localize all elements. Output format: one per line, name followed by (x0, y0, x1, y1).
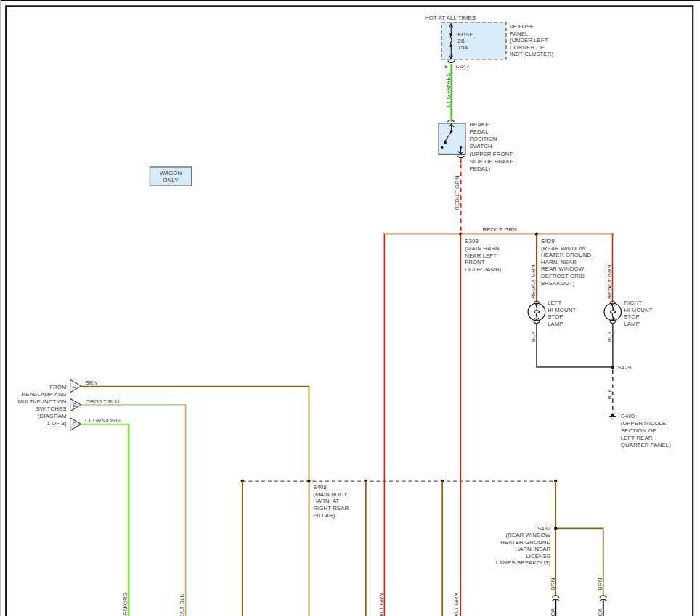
svg-text:LAMP: LAMP (624, 321, 640, 327)
svg-text:SIDE OF BRAKE: SIDE OF BRAKE (470, 158, 514, 165)
svg-text:HI MOUNT: HI MOUNT (624, 307, 652, 313)
svg-text:(MAIN BODY: (MAIN BODY (313, 491, 348, 498)
svg-text:LAMPS BREAKOUT): LAMPS BREAKOUT) (496, 559, 551, 566)
svg-text:BRN: BRN (597, 578, 603, 591)
svg-text:BREAKOUT): BREAKOUT) (541, 280, 575, 287)
svg-text:BLK: BLK (606, 331, 613, 342)
svg-text:(UPPER FRONT: (UPPER FRONT (470, 151, 513, 157)
svg-text:BLK: BLK (530, 331, 537, 342)
svg-text:(UPPER MIDDLE: (UPPER MIDDLE (621, 420, 666, 427)
svg-text:(REAR WINDOW: (REAR WINDOW (541, 245, 586, 252)
svg-text:REAR WINDOW: REAR WINDOW (541, 266, 585, 272)
svg-text:WAGON: WAGON (160, 170, 182, 176)
svg-text:57CA: 57CA (597, 608, 603, 616)
svg-text:SWITCHES: SWITCHES (36, 406, 67, 412)
svg-text:POSITION: POSITION (470, 136, 497, 142)
svg-text:SWITCH: SWITCH (470, 143, 492, 149)
svg-text:INST CLUSTER): INST CLUSTER) (510, 51, 553, 57)
svg-text:RED/LT GRN: RED/LT GRN (453, 593, 460, 616)
svg-text:S432: S432 (537, 525, 551, 532)
svg-text:HARN, AT: HARN, AT (313, 498, 339, 504)
svg-text:I/P FUSE: I/P FUSE (510, 23, 534, 30)
svg-text:(MAIN HARN,: (MAIN HARN, (465, 245, 501, 252)
svg-text:HI MOUNT: HI MOUNT (548, 307, 576, 313)
svg-text:LT GRN/ORG: LT GRN/ORG (122, 592, 129, 616)
svg-text:ORG/LT BLU: ORG/LT BLU (179, 593, 185, 616)
svg-text:SECTION OF: SECTION OF (621, 427, 656, 434)
svg-text:DEFROST GRID: DEFROST GRID (541, 273, 585, 279)
svg-text:RED/LT GRN: RED/LT GRN (606, 265, 613, 300)
svg-text:PEDAL: PEDAL (470, 128, 489, 135)
svg-text:RED/LT GRN: RED/LT GRN (483, 226, 518, 233)
svg-text:HARN, NEAR: HARN, NEAR (541, 259, 577, 266)
svg-text:PANEL: PANEL (510, 30, 529, 37)
svg-text:FRONT: FRONT (465, 259, 484, 266)
svg-text:57CA: 57CA (550, 608, 556, 616)
svg-text:(UNDER LEFT: (UNDER LEFT (510, 37, 548, 44)
svg-text:(REAR WINDOW: (REAR WINDOW (505, 532, 550, 538)
svg-text:HARN, NEAR: HARN, NEAR (515, 546, 550, 552)
svg-text:D: D (73, 383, 77, 390)
svg-text:DOOR JAMB): DOOR JAMB) (465, 266, 501, 273)
svg-text:HEATER GROUND: HEATER GROUND (500, 539, 550, 546)
svg-text:BRN: BRN (550, 578, 556, 591)
svg-text:HEATER GROUND: HEATER GROUND (541, 252, 591, 258)
svg-text:E: E (73, 402, 76, 408)
svg-text:STOP: STOP (548, 313, 563, 320)
svg-text:S408: S408 (313, 484, 327, 490)
svg-text:LAMP: LAMP (548, 321, 563, 327)
svg-text:STOP: STOP (624, 313, 640, 320)
svg-text:LT GRN/ORG: LT GRN/ORG (85, 417, 121, 424)
svg-text:PEDAL): PEDAL) (470, 165, 491, 172)
svg-text:ONLY: ONLY (163, 177, 179, 184)
svg-text:(DIAGRAM: (DIAGRAM (38, 413, 67, 419)
svg-text:NEAR LEFT: NEAR LEFT (465, 252, 497, 259)
svg-text:FUSE: FUSE (458, 31, 473, 38)
svg-text:BRN: BRN (86, 379, 98, 386)
svg-text:F: F (73, 421, 76, 427)
svg-text:15A: 15A (458, 44, 469, 51)
svg-text:BLK: BLK (606, 388, 613, 400)
svg-text:HEADLAMP AND: HEADLAMP AND (21, 391, 66, 398)
svg-text:RED/LT GRN: RED/LT GRN (530, 265, 537, 300)
svg-text:G400: G400 (621, 413, 635, 419)
svg-text:S308: S308 (465, 238, 479, 245)
svg-text:PILLAR): PILLAR) (313, 512, 335, 519)
svg-text:LICENSE: LICENSE (526, 553, 550, 559)
svg-text:HOT AT ALL TIMES: HOT AT ALL TIMES (425, 15, 476, 21)
svg-text:BRAKE: BRAKE (470, 121, 489, 128)
svg-text:RIGHT REAR: RIGHT REAR (313, 505, 349, 512)
svg-text:MULTI-FUNCTION: MULTI-FUNCTION (18, 398, 67, 405)
svg-text:C247: C247 (455, 63, 469, 70)
svg-text:LEFT REAR: LEFT REAR (621, 435, 653, 441)
svg-text:ORG/LT BLU: ORG/LT BLU (86, 398, 120, 405)
svg-text:LT GRN/RED: LT GRN/RED (445, 72, 452, 107)
svg-text:RED/LT GRN: RED/LT GRN (454, 176, 460, 210)
svg-text:RED/LT GRN: RED/LT GRN (378, 593, 385, 616)
svg-text:LEFT: LEFT (548, 300, 562, 306)
svg-text:S428: S428 (541, 238, 555, 245)
svg-text:CORNER OF: CORNER OF (510, 44, 545, 51)
svg-text:QUARTER PANEL): QUARTER PANEL) (621, 442, 671, 448)
svg-text:28: 28 (458, 38, 465, 44)
svg-text:RIGHT: RIGHT (624, 300, 642, 306)
svg-text:S429: S429 (618, 364, 632, 371)
svg-text:8: 8 (444, 63, 447, 70)
svg-text:FROM: FROM (49, 384, 66, 390)
svg-text:1 OF 3): 1 OF 3) (46, 420, 66, 427)
